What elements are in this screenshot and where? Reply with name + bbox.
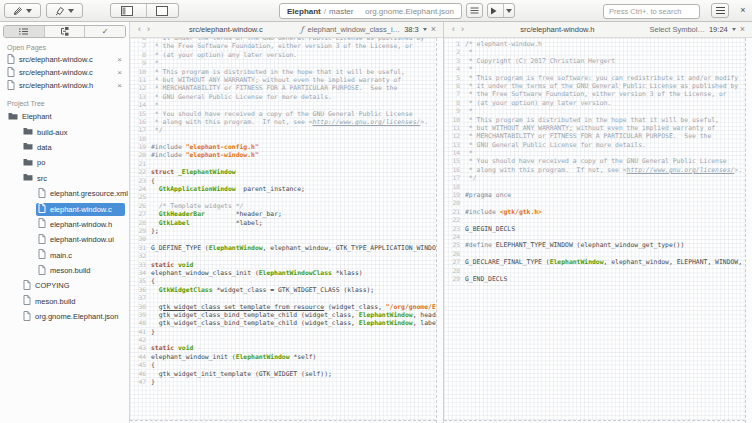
tree-item-main.c[interactable]: main.c xyxy=(0,248,129,263)
bottom-panel-toggle-button[interactable] xyxy=(146,4,178,17)
line-number: 47 xyxy=(130,378,151,386)
code-line: 16 * along with this program. If not, se… xyxy=(444,166,745,174)
code-line: 18 xyxy=(130,135,436,143)
left-panel-icon xyxy=(121,6,133,16)
tree-item-label: data xyxy=(37,143,52,152)
tree-item-meson.build[interactable]: meson.build xyxy=(0,294,129,309)
tree-item-data[interactable]: data xyxy=(0,140,129,155)
device-icon xyxy=(55,6,65,16)
line-number: 11 xyxy=(444,124,465,132)
editor-pane-left: ‹ › src/elephant-window.c ƒ elephant_win… xyxy=(130,22,443,423)
editor-path[interactable]: src/elephant-window.h xyxy=(469,25,646,34)
todo-view-tab[interactable]: ✓ xyxy=(84,26,125,37)
file-icon xyxy=(7,80,15,92)
tree-item-elephant-window.c[interactable]: elephant-window.c xyxy=(0,201,129,216)
pages-view-tab[interactable] xyxy=(4,26,44,37)
tree-item-COPYING[interactable]: COPYING xyxy=(0,278,129,293)
file-icon xyxy=(23,295,31,307)
close-icon[interactable]: × xyxy=(117,55,122,64)
scrollbar[interactable] xyxy=(436,38,443,423)
symbol-selector[interactable]: elephant_window_class_i… xyxy=(308,25,401,34)
hamburger-menu-icon xyxy=(716,7,725,14)
code-line: 13 * GNU General Public License for more… xyxy=(444,141,745,149)
code-line: 29}; xyxy=(130,227,436,235)
code-line: 12 * MERCHANTABILITY or FITNESS FOR A PA… xyxy=(444,132,745,140)
close-page-button[interactable]: × xyxy=(431,25,436,34)
tree-item-elephant-window.ui[interactable]: elephant-window.ui xyxy=(0,232,129,247)
perspective-selector-button[interactable] xyxy=(4,3,41,18)
window-close-button[interactable]: × xyxy=(736,3,750,18)
line-number: 25 xyxy=(444,241,465,249)
function-symbol-icon: ƒ xyxy=(301,25,304,34)
code-line: 5 * This program is free software: you c… xyxy=(444,74,745,82)
run-button[interactable] xyxy=(488,4,500,17)
close-page-button[interactable]: × xyxy=(740,25,745,34)
scrollbar[interactable] xyxy=(745,38,752,423)
code-line: 9 * xyxy=(444,107,745,115)
chevron-down-icon[interactable] xyxy=(423,28,427,31)
omnibar[interactable]: Elephant / master org.gnome.Elephant.jso… xyxy=(279,3,462,19)
menu-button[interactable] xyxy=(711,3,729,18)
code-line: 12 * MERCHANTABILITY or FITNESS FOR A PA… xyxy=(130,84,436,92)
file-icon xyxy=(38,265,46,275)
line-number: 22 xyxy=(130,168,151,176)
source-view[interactable]: 1/* elephant-window.h2 *3 * Copyright (C… xyxy=(444,38,745,420)
nav-forward-icon[interactable]: › xyxy=(146,25,151,34)
folder-icon xyxy=(23,127,33,135)
close-icon[interactable]: × xyxy=(117,81,122,90)
open-page-name: src/elephant-window.h xyxy=(19,81,93,90)
folder-icon xyxy=(23,158,33,168)
open-page-item[interactable]: src/elephant-window.h× xyxy=(0,79,129,92)
line-number: 32 xyxy=(130,252,151,260)
list-view-icon xyxy=(19,28,28,36)
run-options-button[interactable] xyxy=(503,4,514,17)
chevron-down-icon[interactable] xyxy=(732,28,736,31)
open-page-item[interactable]: src/elephant-window.c× xyxy=(0,66,129,79)
code-line: 10 * This program is distributed in the … xyxy=(130,68,436,76)
code-line: 33static void xyxy=(130,261,436,269)
line-number: 10 xyxy=(130,68,151,76)
code-line: 9 * xyxy=(130,59,436,67)
tree-item-Elephant[interactable]: Elephant xyxy=(0,109,129,124)
chevron-down-icon xyxy=(68,9,74,13)
line-number: 20 xyxy=(130,151,151,159)
nav-forward-icon[interactable]: › xyxy=(460,25,465,34)
line-number: 33 xyxy=(130,261,151,269)
file-icon xyxy=(38,265,46,277)
code-line: 14 * xyxy=(444,149,745,157)
tree-item-elephant.gresource.xml[interactable]: elephant.gresource.xml xyxy=(0,186,129,201)
close-icon[interactable]: × xyxy=(117,68,122,77)
tree-item-src[interactable]: src xyxy=(0,171,129,186)
tree-view-tab[interactable] xyxy=(44,26,85,37)
left-panel-toggle-button[interactable] xyxy=(111,4,143,17)
tree-item-elephant-window.h[interactable]: elephant-window.h xyxy=(0,217,129,232)
file-icon xyxy=(23,311,31,321)
build-button[interactable] xyxy=(466,3,483,18)
nav-back-icon[interactable]: ‹ xyxy=(451,25,456,34)
folder-icon xyxy=(23,173,33,183)
code-line: 2 * xyxy=(444,48,745,56)
file-icon xyxy=(38,203,46,215)
nav-back-icon[interactable]: ‹ xyxy=(137,25,142,34)
editor-path[interactable]: src/elephant-window.c xyxy=(155,25,297,34)
tree-item-org.gnome.Elephant.json[interactable]: org.gnome.Elephant.json xyxy=(0,309,129,324)
open-pages-label: Open Pages xyxy=(7,44,129,51)
code-line: 1/* elephant-window.h xyxy=(444,40,745,48)
tree-item-meson.build[interactable]: meson.build xyxy=(0,263,129,278)
tree-item-build-aux[interactable]: build-aux xyxy=(0,124,129,139)
symbol-selector[interactable]: Select Symbol… xyxy=(650,25,705,34)
line-number: 16 xyxy=(130,118,151,126)
device-selector-button[interactable] xyxy=(46,3,83,18)
source-view[interactable]: 6 * it under the terms of the GNU Genera… xyxy=(130,38,436,420)
tree-item-po[interactable]: po xyxy=(0,155,129,170)
code-line: 23{ xyxy=(130,177,436,185)
line-number: 19 xyxy=(444,191,465,199)
tree-item-label: main.c xyxy=(50,251,72,260)
line-number: 44 xyxy=(130,353,151,361)
line-number: 12 xyxy=(130,84,151,92)
line-number: 27 xyxy=(444,258,465,266)
project-tree-label: Project Tree xyxy=(7,100,129,107)
global-search-input[interactable] xyxy=(603,4,700,19)
code-line: 34elephant_window_class_init (ElephantWi… xyxy=(130,269,436,277)
open-page-item[interactable]: src/elephant-window.c× xyxy=(0,53,129,66)
